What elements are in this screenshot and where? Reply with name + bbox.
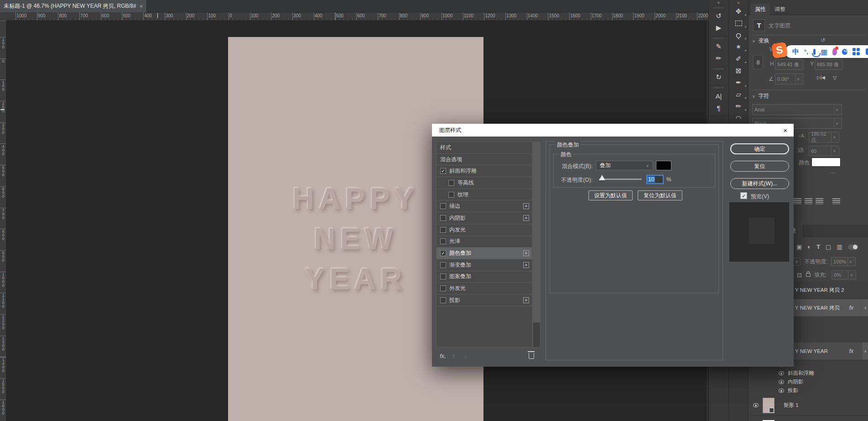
align-center-icon[interactable] [805,198,812,204]
styles-scrollbar[interactable] [532,142,541,347]
style-list-item[interactable]: 样式 [437,142,532,154]
overlay-color-swatch[interactable] [656,161,671,170]
eye-visibility-icon[interactable] [779,371,784,375]
filter-smart-objects-icon[interactable]: ▥ [837,243,842,250]
checkbox-unchecked[interactable] [440,215,446,221]
ok-button[interactable]: 确定 [730,143,789,154]
lock-position-icon[interactable]: ⊡ [797,272,802,279]
link-dimensions-icon[interactable]: 8 [753,55,763,69]
style-list-item[interactable]: 投影+ [437,295,532,306]
fx-badge[interactable]: fx [849,348,853,354]
layer-opacity-field[interactable]: 100% ∨ [831,257,856,266]
fx-badge[interactable]: fx [849,305,853,311]
checkbox-unchecked[interactable] [440,297,446,303]
layer-row[interactable]: 矩形 1 [748,395,868,416]
character-panel-icon[interactable]: A| [709,90,728,102]
ime-punctuation-icon[interactable]: °, [804,48,808,55]
lock-all-icon[interactable] [806,273,811,277]
filter-toggle-icon[interactable] [848,244,858,250]
keyboard-icon[interactable]: ▦ [821,47,827,56]
justify-icon[interactable] [832,198,840,204]
style-list-item[interactable]: ✓斜面和浮雕 [437,165,532,177]
align-right-icon[interactable] [816,198,823,204]
leading-field[interactable]: 180.52 点 ∨ [809,132,839,142]
ime-skin-icon[interactable] [832,48,837,55]
ime-assistant-icon[interactable] [842,49,847,55]
quick-selection-tool-icon[interactable]: ✐ [729,53,748,65]
checkbox-unchecked[interactable] [440,238,446,244]
opacity-input[interactable]: 10 [646,175,664,184]
ime-apps-grid-icon[interactable] [852,48,860,55]
style-list-item[interactable]: 内发光 [437,224,532,236]
tracking-field[interactable]: 60 ∨ [809,146,839,156]
filter-type-layers-icon[interactable]: T [816,243,820,250]
checkbox-unchecked[interactable] [440,262,446,268]
brushes-panel-icon[interactable]: ✏ [709,53,728,64]
add-instance-icon[interactable]: + [523,250,529,256]
layer-row[interactable]: 投影 [748,386,868,395]
sogou-logo-icon[interactable]: S [771,42,788,58]
delete-effect-button[interactable] [529,351,534,360]
opacity-slider[interactable] [599,179,642,180]
checkbox-unchecked[interactable] [440,227,446,233]
flip-vertical-icon[interactable]: ▽ [833,75,837,81]
collapse-rail-icon[interactable]: « [709,0,728,5]
style-list-item[interactable]: 渐变叠加+ [437,259,532,271]
opacity-slider-thumb[interactable] [599,175,605,180]
add-instance-icon[interactable]: + [523,215,529,221]
style-list-item[interactable]: 外发光 [437,283,532,295]
chevron-down-icon[interactable]: ∨ [847,258,853,266]
angle-field[interactable]: 0.00° ∨ [775,74,803,84]
lasso-tool-icon[interactable]: Ϙ [729,29,748,41]
add-instance-icon[interactable]: + [523,203,529,209]
frame-tool-icon[interactable]: ⊠ [729,65,748,77]
checkbox-unchecked[interactable] [440,203,446,209]
scrollbar-thumb[interactable] [533,322,540,347]
style-list-item[interactable]: 等高线 [437,177,532,189]
collapse-tools-icon[interactable]: « [729,0,748,5]
actions-panel-icon[interactable]: ▶ [709,22,728,34]
brush-tool-icon[interactable]: ✏ [729,100,748,112]
flip-horizontal-icon[interactable]: ▷|◀ [817,75,825,80]
transform-reset-icon[interactable]: ↺ [821,37,825,43]
chevron-down-icon[interactable]: ∨ [795,74,801,84]
chevron-down-icon[interactable]: ∨ [848,271,854,279]
add-instance-icon[interactable]: + [523,262,529,268]
collapse-effects-icon[interactable]: ∧ [863,299,868,316]
add-effect-button[interactable]: fx, [440,351,446,360]
y-position-field[interactable]: 685.88 像 [815,59,843,70]
reset-button[interactable]: 复位 [730,161,789,172]
eye-visibility-icon[interactable] [753,403,759,407]
preview-checkbox[interactable]: ✓ [740,192,747,199]
blend-mode-chevron-icon[interactable]: ∨ [793,258,800,266]
checkbox-checked[interactable]: ✓ [440,250,446,256]
chevron-down-icon[interactable]: ∨ [831,132,837,142]
eye-visibility-icon[interactable] [779,380,784,384]
layer-row[interactable]: 斜面和浮雕 [748,369,868,378]
collapse-effects-icon[interactable]: ∧ [863,342,868,360]
marquee-tool-icon[interactable] [729,17,748,29]
filter-shape-layers-icon[interactable]: ▢ [826,243,831,250]
more-options-icon[interactable]: ··· [830,169,836,176]
dialog-title-bar[interactable]: 图层样式 × [432,124,794,137]
chevron-down-icon[interactable]: ∨ [834,118,840,128]
style-list-item[interactable]: 纹理 [437,189,532,201]
tab-properties[interactable]: 属性 [751,4,770,15]
dialog-close-icon[interactable]: × [783,126,787,134]
style-list-item[interactable]: 图案叠加 [437,271,532,283]
text-color-swatch[interactable] [811,158,841,167]
checkbox-unchecked[interactable] [448,192,454,198]
checkbox-unchecked[interactable] [448,180,454,186]
move-tool-icon[interactable]: ✥ [729,5,748,17]
style-list-item[interactable]: ✓颜色叠加+ [437,247,532,259]
set-default-button[interactable]: 设置为默认值 [588,190,633,200]
ime-chinese-mode-icon[interactable]: 中 [792,47,799,56]
checkbox-unchecked[interactable] [440,285,446,291]
filter-pixel-layers-icon[interactable]: ▣ [796,243,802,250]
style-list-item[interactable]: 内阴影+ [437,212,532,224]
checkbox-checked[interactable]: ✓ [440,168,446,174]
chevron-down-icon[interactable]: ∨ [834,105,840,115]
character-section-header[interactable]: ∨ 字符 [752,92,769,100]
ime-more-icon[interactable] [866,48,868,55]
reset-default-button[interactable]: 复位为默认值 [638,190,682,200]
